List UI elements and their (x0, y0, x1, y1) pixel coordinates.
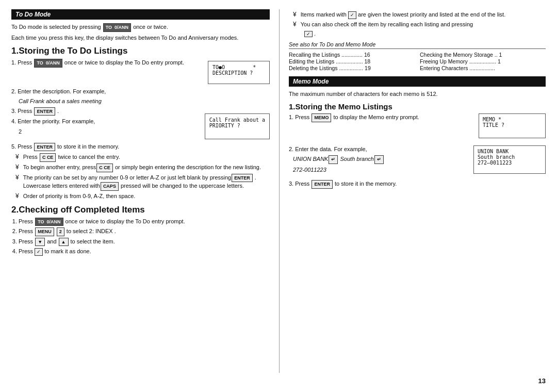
check-step4: Press ✓ to mark it as done. (19, 248, 270, 256)
step5: 5. Press ENTER to store it in the memory… (11, 143, 270, 152)
memo-key[interactable]: MEMO (312, 113, 331, 122)
two-key[interactable]: 2 (57, 227, 64, 236)
memo-mode-header: Memo Mode (289, 76, 546, 87)
todo-header-text: To Do Mode (15, 11, 51, 18)
memo-step3: 3. Press ENTER to store it in the memory… (289, 180, 546, 189)
enter-example-key2: ↵ (374, 155, 384, 164)
example-description: Call Frank about a sales meeting (19, 97, 270, 105)
memo-step2: UNION BANK South branch 272—0011223 2. E… (289, 145, 546, 176)
step1: 1. Press TO 0/ANN once or twice to displ… (11, 59, 198, 70)
bullet-order: ¥ Order of priority is from 0-9, A-Z, th… (15, 192, 270, 201)
intro-para-2: Each time you press this key, the displa… (11, 34, 270, 42)
ref-row2-col2: Freeing Up Memory .................. 1 (420, 58, 546, 64)
enter-key[interactable]: ENTER (34, 107, 55, 116)
note-bullet2: ¥ You can also check off the item by rec… (293, 21, 546, 29)
section1-title: 1.Storing the To Do Listings (11, 46, 270, 56)
down-key[interactable]: ▼ (35, 238, 45, 247)
memo-intro: The maximum number of characters for eac… (289, 90, 546, 98)
display-priority-prompt: Call Frank about a PRIORITY ? (205, 113, 270, 139)
ref-row3-col2: Entering Characters ................. (420, 65, 546, 71)
ref-row1-col1: Recalling the Listings .............. 16 (289, 52, 415, 58)
memo-header-text: Memo Mode (293, 78, 329, 85)
bullet-another: ¥ To begin another entry, pressC CE or s… (15, 164, 270, 172)
ref-row2-col1: Editing the Listings .................. … (289, 58, 415, 64)
intro-para-1: To Do mode is selected by pressing TO 0/… (11, 23, 270, 32)
enter-key2[interactable]: ENTER (34, 143, 55, 152)
step2: 2. Enter the description. For example, (11, 88, 270, 95)
bullet-cancel: ¥ Press C CE twice to cancel the entry. (15, 153, 270, 162)
checkmark-key[interactable]: ✓ (35, 248, 43, 256)
memo-section1-title: 1.Storing the Memo Listings (289, 102, 546, 111)
cce-key[interactable]: C CE (40, 153, 56, 162)
display-union-bank: UNION BANK South branch 272—0011223 (473, 145, 546, 174)
display-memo-prompt: MEMO * TITLE ? (479, 113, 546, 138)
note-bullet1: ¥ Items marked with ✓ are given the lowe… (293, 11, 546, 19)
memo-step1: MEMO * TITLE ? 1. Press MEMO to display … (289, 113, 546, 138)
check-step3: Press ▼ and ▲ to select the item. (19, 238, 270, 247)
checkmark-key2[interactable]: ✓ (304, 31, 313, 37)
enter-example-key: ↵ (329, 155, 338, 164)
up-key[interactable]: ▲ (59, 238, 69, 247)
reference-table: Recalling the Listings .............. 16… (289, 52, 546, 71)
right-column: ¥ Items marked with ✓ are given the lowe… (280, 9, 546, 373)
section2-title: 2.Checking off Completed Items (11, 205, 270, 215)
display-todo-prompt: TO●O * DESCRIPTION ? (208, 61, 270, 84)
ref-row1-col2: Checking the Memory Storage .. 1 (420, 52, 546, 58)
cce-key2[interactable]: C CE (96, 164, 113, 172)
step3: 3. Press ENTER . 4. Enter the priority. … (11, 107, 194, 138)
check-icon: ✓ (348, 11, 356, 19)
check-key-ref: ✓ . (304, 30, 546, 37)
caps-key[interactable]: CAPS (101, 182, 119, 191)
check-step2: Press MENU 2 to select 2: INDEX . (19, 227, 270, 236)
checking-steps: Press TO 0/ANN once or twice to display … (11, 218, 270, 256)
left-column: To Do Mode To Do mode is selected by pre… (11, 9, 280, 373)
enter-key-memo[interactable]: ENTER (312, 180, 333, 189)
todo-mode-header: To Do Mode (11, 9, 270, 20)
page: To Do Mode To Do mode is selected by pre… (0, 0, 557, 392)
check-step1: Press TO 0/ANN once or twice to display … (19, 218, 270, 226)
page-number: 13 (11, 377, 546, 385)
bullet-priority: ¥ The priority can be set by any number … (15, 174, 270, 191)
to-oann-key3[interactable]: TO 0/ANN (35, 218, 63, 226)
menu-key[interactable]: MENU (35, 227, 54, 236)
enter-key3[interactable]: ENTER (232, 174, 253, 183)
to-oann-key2[interactable]: TO 0/ANN (34, 59, 62, 68)
see-also-header: See also for To Do and Memo Mode (289, 41, 546, 49)
ref-row3-col1: Deleting the Listings ................ 1… (289, 65, 415, 71)
to-oann-key[interactable]: TO 0/ANN (103, 23, 131, 32)
